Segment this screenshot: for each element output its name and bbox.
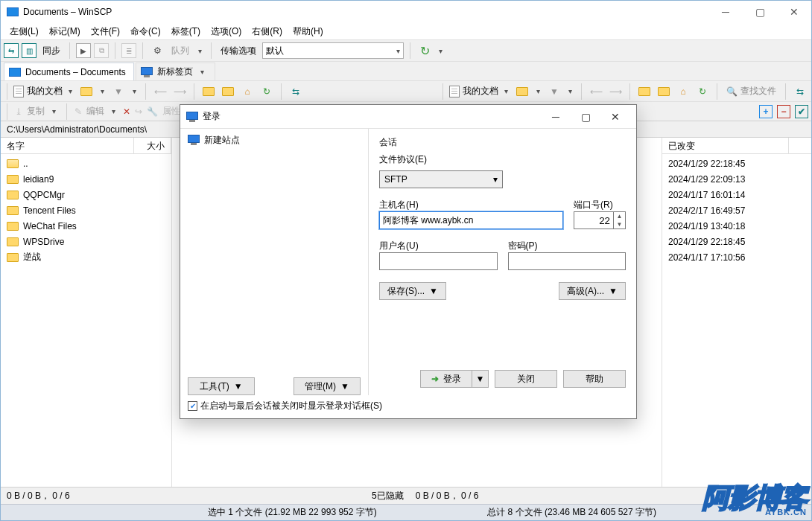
- menu-options[interactable]: 选项(O): [206, 24, 246, 39]
- show-on-startup-checkbox[interactable]: ✔ 在启动与最后会话被关闭时显示登录对话框(S): [188, 400, 629, 412]
- left-location[interactable]: 我的文档: [27, 85, 63, 98]
- left-filter-arrow[interactable]: ▾: [130, 87, 139, 95]
- left-root-icon[interactable]: [220, 83, 236, 100]
- menu-command[interactable]: 命令(C): [126, 24, 165, 39]
- left-back-icon[interactable]: ⟵: [152, 83, 168, 100]
- list-item[interactable]: QQPCMgr: [1, 187, 171, 202]
- sync-left-icon[interactable]: ⇆: [4, 43, 19, 58]
- list-item[interactable]: 2024/1/17 16:01:14: [662, 187, 811, 202]
- queue-label[interactable]: 队列: [168, 45, 192, 57]
- script-icon[interactable]: ▶: [76, 43, 91, 58]
- new-site-item[interactable]: 新建站点: [183, 132, 365, 148]
- right-file-list[interactable]: 2024/1/29 22:18:45 2024/1/29 22:09:13 20…: [662, 154, 811, 487]
- list-item[interactable]: 2024/1/17 17:10:56: [662, 249, 811, 265]
- tools-button[interactable]: 工具(T) ▼: [188, 377, 255, 395]
- left-loc-dropdown[interactable]: ▾: [66, 87, 75, 95]
- list-item[interactable]: 2024/1/29 22:18:45: [662, 156, 811, 171]
- left-file-list[interactable]: .. leidian9 QQPCMgr Tencent Files WeChat…: [1, 154, 171, 487]
- login-button[interactable]: ➜ 登录 ▼: [420, 370, 489, 388]
- list-item[interactable]: 2024/1/29 22:09:13: [662, 171, 811, 187]
- port-spinner[interactable]: ▲▼: [574, 211, 626, 229]
- right-sync-browse-icon[interactable]: ⇆: [792, 83, 808, 100]
- list-item[interactable]: WPSDrive: [1, 234, 171, 249]
- menu-mark[interactable]: 标记(M): [45, 24, 85, 39]
- dialog-close-button[interactable]: ✕: [600, 106, 630, 127]
- right-history-arrow[interactable]: ▾: [533, 87, 543, 95]
- maximize-button[interactable]: ▢: [743, 1, 777, 23]
- spin-down-icon[interactable]: ▼: [614, 220, 625, 228]
- find-files-button[interactable]: 🔍 查找文件: [723, 85, 779, 98]
- compare-icon[interactable]: ⧉: [94, 43, 109, 58]
- copy-arrow[interactable]: ▾: [49, 107, 59, 115]
- left-filter-icon[interactable]: ▼: [110, 83, 127, 100]
- right-loc-dropdown[interactable]: ▾: [501, 87, 511, 95]
- refresh-icon[interactable]: ↻: [416, 42, 433, 59]
- list-item[interactable]: 2024/1/29 22:18:45: [662, 234, 811, 249]
- remove-bookmark-icon[interactable]: −: [777, 105, 790, 118]
- port-input[interactable]: [574, 211, 614, 229]
- host-input[interactable]: [379, 211, 563, 229]
- list-item[interactable]: 2024/1/19 13:40:18: [662, 218, 811, 234]
- login-dropdown-arrow[interactable]: ▼: [472, 371, 488, 387]
- list-item[interactable]: 逆战: [1, 249, 171, 265]
- dialog-maximize-button[interactable]: ▢: [571, 106, 600, 127]
- list-item[interactable]: WeChat Files: [1, 218, 171, 234]
- sites-tree[interactable]: 新建站点 工具(T) ▼ 管理(M) ▼: [180, 129, 369, 395]
- close-dialog-button[interactable]: 关闭: [495, 370, 557, 388]
- minimize-button[interactable]: ─: [708, 1, 743, 23]
- right-back-icon[interactable]: ⟵: [588, 83, 604, 100]
- advanced-button[interactable]: 高级(A)... ▼: [559, 282, 626, 300]
- help-button[interactable]: 帮助: [563, 370, 626, 388]
- queue-dropdown-arrow[interactable]: ▾: [195, 47, 205, 55]
- menu-left[interactable]: 左侧(L): [5, 24, 43, 39]
- right-refresh-icon[interactable]: ↻: [694, 83, 711, 100]
- terminal-icon[interactable]: ≣: [121, 43, 136, 58]
- left-forward-icon[interactable]: ⟶: [171, 83, 188, 100]
- add-bookmark-icon[interactable]: +: [759, 105, 773, 118]
- download-icon[interactable]: ⤓: [15, 106, 22, 117]
- edit-arrow[interactable]: ▾: [109, 107, 118, 115]
- sync-label[interactable]: 同步: [39, 45, 63, 57]
- right-filter-icon[interactable]: ▼: [546, 83, 562, 100]
- edit-icon[interactable]: ✎: [74, 106, 82, 117]
- new-tab-button[interactable]: 新标签页 ▾: [136, 63, 215, 80]
- left-sync-browse-icon[interactable]: ⇆: [288, 83, 304, 100]
- col-changed[interactable]: 已改变: [662, 138, 789, 153]
- right-root-icon[interactable]: [656, 83, 672, 100]
- edit-label[interactable]: 编辑: [86, 105, 104, 118]
- dialog-minimize-button[interactable]: ─: [541, 106, 571, 127]
- spin-up-icon[interactable]: ▲: [614, 212, 625, 220]
- left-history-icon[interactable]: [78, 83, 95, 100]
- col-name[interactable]: 名字: [1, 138, 134, 153]
- left-history-arrow[interactable]: ▾: [98, 87, 107, 95]
- session-tab-active[interactable]: Documents – Documents: [4, 63, 134, 80]
- right-history-icon[interactable]: [514, 83, 530, 100]
- wrench-icon[interactable]: 🔧: [147, 106, 158, 117]
- left-refresh-icon[interactable]: ↻: [258, 83, 275, 100]
- list-item[interactable]: 2024/2/17 16:49:57: [662, 202, 811, 218]
- left-up-icon[interactable]: [200, 83, 217, 100]
- refresh-dropdown-arrow[interactable]: ▾: [436, 47, 445, 55]
- copy-label[interactable]: 复制: [27, 105, 45, 118]
- menu-file[interactable]: 文件(F): [86, 24, 124, 39]
- transfer-options-combo[interactable]: 默认 ▾: [262, 42, 404, 59]
- menu-help[interactable]: 帮助(H): [288, 24, 328, 39]
- protocol-select[interactable]: SFTP ▾: [379, 170, 503, 188]
- manage-button[interactable]: 管理(M) ▼: [294, 377, 361, 395]
- menu-right[interactable]: 右侧(R): [247, 24, 287, 39]
- menu-tab[interactable]: 标签(T): [167, 24, 205, 39]
- right-forward-icon[interactable]: ⟶: [607, 83, 624, 100]
- username-input[interactable]: [379, 252, 498, 270]
- password-input[interactable]: [508, 252, 627, 270]
- right-location[interactable]: 我的文档: [463, 85, 498, 98]
- sync-pane-icon[interactable]: ▥: [22, 43, 37, 58]
- left-home-icon[interactable]: ⌂: [239, 83, 256, 100]
- close-button[interactable]: ✕: [777, 1, 811, 23]
- list-item[interactable]: ..: [1, 156, 171, 171]
- props-label[interactable]: 属性: [162, 105, 180, 118]
- toggle-bookmark-icon[interactable]: ✔: [795, 105, 808, 118]
- settings-gear-icon[interactable]: ⚙: [149, 42, 165, 59]
- list-item[interactable]: Tencent Files: [1, 202, 171, 218]
- delete-x-icon[interactable]: ✕: [123, 106, 130, 117]
- move-icon[interactable]: ↪: [135, 106, 142, 117]
